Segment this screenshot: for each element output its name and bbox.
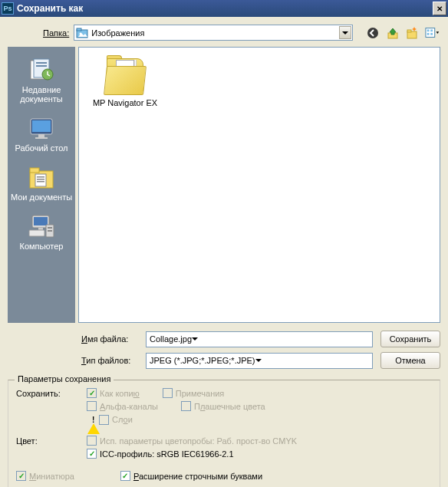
svg-rect-32	[48, 227, 52, 229]
dropdown-arrow-icon[interactable]	[255, 359, 262, 362]
svg-rect-20	[35, 137, 48, 139]
svg-rect-15	[36, 65, 47, 67]
proof-label: Исп. параметры цветопробы: Раб. прост-во…	[100, 436, 297, 446]
alpha-label: Альфа-каналы	[100, 402, 158, 411]
spot-checkbox	[181, 401, 191, 411]
computer-icon	[28, 214, 55, 239]
filename-label: Имя файла:	[78, 334, 146, 344]
dropdown-arrow-icon[interactable]	[339, 26, 351, 39]
group-title: Параметры сохранения	[15, 374, 114, 383]
save-section-label: Сохранить:	[16, 389, 87, 398]
as-copy-checkbox	[87, 388, 97, 398]
layers-checkbox	[99, 415, 109, 425]
proof-checkbox	[87, 436, 97, 446]
svg-rect-14	[36, 62, 47, 64]
notes-checkbox	[163, 388, 173, 398]
svg-rect-26	[37, 181, 44, 183]
folder-icon	[102, 55, 148, 95]
sidebar-label: Недавние документы	[9, 85, 74, 104]
desktop-icon	[28, 116, 55, 140]
sidebar-label: Мои документы	[11, 192, 72, 202]
warning-icon	[87, 414, 100, 425]
svg-rect-9	[430, 29, 433, 31]
svg-rect-19	[38, 134, 44, 137]
new-folder-button[interactable]	[405, 25, 420, 41]
places-sidebar: Недавние документы Рабочий стол Мои доку…	[8, 47, 75, 323]
spot-label: Плашечные цвета	[194, 402, 265, 411]
recent-docs-icon	[28, 58, 55, 82]
dropdown-arrow-icon[interactable]	[192, 337, 198, 341]
svg-rect-10	[427, 33, 430, 35]
back-button[interactable]	[365, 25, 380, 41]
up-button[interactable]	[385, 25, 400, 41]
layers-label: Слои	[112, 415, 133, 424]
alpha-checkbox	[87, 401, 97, 411]
svg-rect-8	[427, 29, 430, 31]
folder-label: Папка:	[43, 28, 69, 38]
sidebar-label: Рабочий стол	[15, 143, 68, 153]
lowercase-checkbox[interactable]	[120, 471, 130, 481]
sidebar-item-mydocs[interactable]: Мои документы	[8, 160, 75, 206]
sidebar-label: Компьютер	[20, 242, 64, 251]
pictures-folder-icon	[76, 27, 88, 39]
svg-rect-7	[426, 28, 435, 37]
color-section-label: Цвет:	[16, 436, 87, 446]
save-button[interactable]: Сохранить	[380, 331, 440, 347]
svg-rect-6	[407, 30, 411, 32]
sidebar-item-computer[interactable]: Компьютер	[8, 209, 75, 255]
lowercase-label: Расширение строчными буквами	[133, 472, 262, 481]
window-title: Сохранить как	[17, 3, 433, 14]
folder-dropdown[interactable]: Изображения	[74, 25, 353, 41]
as-copy-label: Как копию	[100, 389, 140, 398]
svg-rect-1	[77, 28, 81, 31]
file-list[interactable]: MP Navigator EX	[78, 47, 440, 323]
notes-label: Примечания	[176, 389, 225, 398]
svg-rect-23	[35, 174, 46, 186]
app-icon: Ps	[2, 2, 14, 15]
icc-label: ICC-профиль: sRGB IEC61966-2.1	[100, 449, 234, 459]
dialog-body: Папка: Изображения Недавние документы Ра…	[0, 17, 448, 487]
svg-rect-24	[37, 176, 44, 178]
svg-rect-25	[37, 179, 44, 180]
filetype-label: Тип файлов:	[78, 356, 146, 365]
sidebar-item-recent[interactable]: Недавние документы	[8, 53, 75, 108]
close-button[interactable]: ✕	[433, 2, 446, 15]
svg-rect-11	[430, 33, 433, 35]
thumbnail-label: Миниатюра	[29, 472, 74, 481]
folder-item[interactable]: MP Navigator EX	[87, 55, 163, 107]
filename-input[interactable]: Collage.jpg	[146, 331, 373, 347]
svg-point-3	[367, 28, 378, 38]
thumbnail-checkbox	[16, 471, 26, 481]
save-options-group: Параметры сохранения Сохранить: Как копи…	[8, 380, 440, 487]
mydocs-icon	[28, 165, 55, 189]
filetype-dropdown[interactable]: JPEG (*.JPG;*.JPEG;*.JPE)	[146, 353, 373, 369]
svg-rect-18	[32, 120, 51, 132]
svg-rect-22	[30, 168, 39, 173]
titlebar: Ps Сохранить как ✕	[0, 0, 448, 17]
folder-value: Изображения	[91, 28, 144, 38]
svg-rect-33	[48, 230, 52, 232]
svg-rect-28	[34, 217, 48, 225]
folder-name: MP Navigator EX	[93, 98, 157, 107]
svg-rect-30	[29, 230, 44, 236]
view-menu-button[interactable]	[425, 25, 440, 41]
sidebar-item-desktop[interactable]: Рабочий стол	[8, 111, 75, 157]
cancel-button[interactable]: Отмена	[380, 352, 440, 369]
icc-checkbox[interactable]	[87, 449, 97, 459]
